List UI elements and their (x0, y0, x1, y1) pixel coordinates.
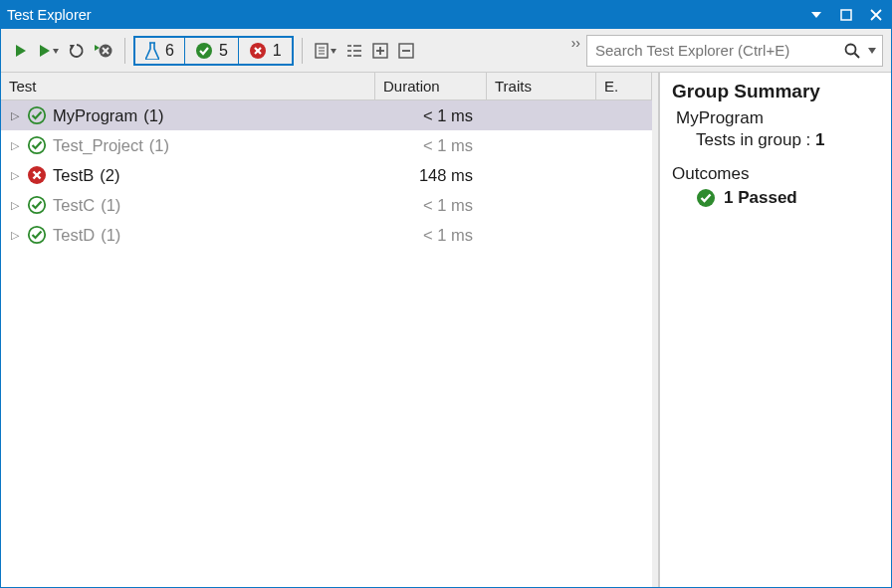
test-duration: < 1 ms (375, 106, 487, 125)
status-icon (27, 195, 47, 215)
svg-marker-5 (40, 45, 50, 57)
test-row[interactable]: ▷TestD (1)< 1 ms (1, 220, 652, 250)
expander-icon[interactable]: ▷ (9, 229, 21, 242)
failed-count: 1 (273, 42, 282, 60)
passed-icon (195, 42, 213, 60)
test-name: MyProgram (53, 106, 137, 125)
passed-tests-filter[interactable]: 5 (185, 38, 239, 64)
test-name: Test_Project (53, 136, 143, 155)
test-explorer-window: Test Explorer (0, 0, 892, 588)
test-row[interactable]: ▷TestC (1)< 1 ms (1, 190, 652, 220)
repeat-button[interactable] (65, 37, 89, 65)
test-count: (1) (149, 136, 169, 155)
svg-marker-8 (95, 45, 100, 51)
test-row[interactable]: ▷TestB (2)148 ms (1, 160, 652, 190)
run-all-button[interactable] (9, 37, 33, 65)
titlebar: Test Explorer (1, 1, 891, 29)
svg-marker-20 (331, 49, 336, 54)
test-name: TestC (53, 196, 95, 215)
toolbar: 6 5 1 ›› (1, 29, 891, 73)
expand-all-button[interactable] (368, 37, 392, 65)
status-icon (27, 225, 47, 245)
search-dropdown-icon[interactable] (864, 48, 876, 54)
test-rows: ▷MyProgram (1)< 1 ms▷Test_Project (1)< 1… (1, 100, 652, 587)
group-by-button[interactable] (342, 37, 366, 65)
test-row[interactable]: ▷MyProgram (1)< 1 ms (1, 100, 652, 130)
test-duration: < 1 ms (375, 196, 487, 215)
expander-icon[interactable]: ▷ (9, 169, 21, 182)
search-box[interactable] (586, 35, 883, 67)
overflow-icon[interactable]: ›› (567, 35, 584, 51)
test-name: TestB (53, 166, 94, 185)
test-count: (1) (101, 196, 120, 215)
close-icon[interactable] (867, 6, 885, 24)
svg-marker-34 (868, 48, 876, 54)
expander-icon[interactable]: ▷ (9, 199, 21, 212)
summary-heading: Group Summary (672, 81, 879, 102)
separator (124, 38, 125, 64)
body: Test Duration Traits E. ▷MyProgram (1)< … (1, 73, 891, 587)
passed-icon (696, 188, 716, 208)
failed-tests-filter[interactable]: 1 (239, 38, 292, 64)
maximize-icon[interactable] (837, 6, 855, 24)
window-title: Test Explorer (7, 7, 807, 23)
run-button[interactable] (35, 37, 63, 65)
summary-group-name: MyProgram (676, 108, 879, 128)
test-count: (2) (100, 166, 119, 185)
dropdown-icon[interactable] (807, 6, 825, 24)
summary-pane: Group Summary MyProgram Tests in group :… (658, 73, 891, 587)
filter-counters: 6 5 1 (133, 36, 294, 66)
column-headers: Test Duration Traits E. (1, 73, 652, 100)
svg-marker-4 (16, 45, 26, 57)
test-name: TestD (53, 226, 95, 245)
passed-count: 5 (219, 42, 228, 60)
status-icon (27, 135, 47, 155)
svg-marker-0 (811, 12, 821, 18)
test-row[interactable]: ▷Test_Project (1)< 1 ms (1, 130, 652, 160)
col-error-header[interactable]: E. (596, 73, 652, 99)
test-count: (1) (143, 106, 163, 125)
show-playlist-button[interactable] (311, 37, 340, 65)
cancel-button[interactable] (91, 37, 116, 65)
test-duration: 148 ms (375, 166, 487, 185)
test-count: (1) (101, 226, 120, 245)
failed-icon (249, 42, 267, 60)
svg-marker-6 (53, 49, 59, 54)
flask-icon (145, 42, 159, 60)
status-icon (27, 165, 47, 185)
summary-outcome-passed: 1 Passed (696, 188, 879, 208)
summary-outcomes-label: Outcomes (672, 164, 879, 184)
tests-label: Tests in group : (696, 130, 810, 149)
expander-icon[interactable]: ▷ (9, 139, 21, 152)
col-test-header[interactable]: Test (1, 73, 375, 99)
svg-line-33 (855, 53, 860, 58)
col-traits-header[interactable]: Traits (487, 73, 596, 99)
col-duration-header[interactable]: Duration (375, 73, 487, 99)
svg-rect-1 (841, 10, 851, 20)
total-count: 6 (165, 42, 174, 60)
passed-text: 1 Passed (724, 188, 797, 208)
total-tests-filter[interactable]: 6 (135, 38, 185, 64)
tests-count: 1 (815, 130, 824, 149)
test-duration: < 1 ms (375, 226, 487, 245)
search-input[interactable] (593, 41, 840, 60)
test-list-pane: Test Duration Traits E. ▷MyProgram (1)< … (1, 73, 652, 587)
svg-point-32 (846, 44, 856, 54)
window-controls (807, 6, 885, 24)
summary-tests-in-group: Tests in group : 1 (696, 130, 879, 150)
collapse-all-button[interactable] (394, 37, 418, 65)
search-icon[interactable] (840, 43, 864, 59)
test-duration: < 1 ms (375, 136, 487, 155)
separator (302, 38, 303, 64)
svg-point-12 (196, 43, 212, 59)
expander-icon[interactable]: ▷ (9, 109, 21, 122)
status-icon (27, 105, 47, 125)
